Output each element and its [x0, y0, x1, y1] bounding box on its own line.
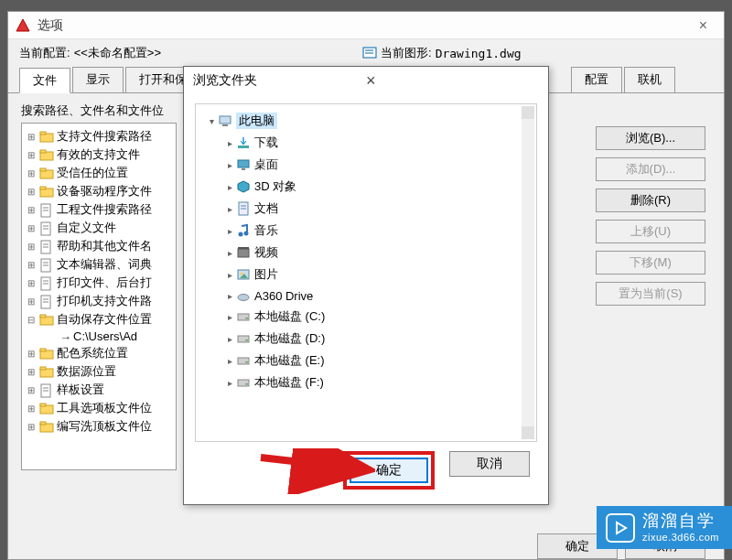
side-button: 添加(D)... [596, 157, 705, 181]
tree-item[interactable]: ⊞受信任的位置 [22, 164, 176, 182]
tree-item[interactable]: ⊞文本编辑器、词典 [22, 255, 176, 274]
browse-item[interactable]: ▸桌面 [201, 154, 531, 176]
tree-item-label: 数据源位置 [57, 363, 116, 380]
browse-item[interactable]: ▸3D 对象 [201, 176, 531, 198]
browse-root-label: 此电脑 [236, 113, 277, 129]
browse-item[interactable]: ▸本地磁盘 (E:) [201, 350, 531, 372]
modal-cancel-button[interactable]: 取消 [449, 451, 530, 477]
video-icon [236, 245, 251, 260]
tree-item[interactable]: ⊞有效的支持文件 [22, 145, 176, 164]
svg-rect-48 [242, 168, 245, 170]
svg-rect-11 [40, 187, 46, 189]
file-icon [39, 295, 54, 307]
window-title: 选项 [38, 17, 690, 34]
svg-rect-5 [40, 132, 46, 135]
browse-item-label: 图片 [254, 266, 278, 283]
modal-ok-button[interactable]: 确定 [350, 458, 428, 483]
tree-item-label: 自定义文件 [57, 220, 116, 236]
tree-item[interactable]: ⊞自定义文件 [22, 219, 176, 237]
folder-icon [39, 402, 54, 415]
desktop-icon [236, 157, 251, 172]
watermark-icon [606, 513, 635, 543]
svg-rect-63 [238, 336, 249, 342]
close-icon[interactable]: × [690, 16, 716, 36]
tree-item[interactable]: ⊞打印文件、后台打 [22, 274, 176, 292]
browse-item-label: 下载 [254, 135, 278, 151]
browse-root[interactable]: ▾此电脑 [201, 110, 531, 132]
folder-tree-panel[interactable]: ▾此电脑▸下载▸桌面▸3D 对象▸文档▸音乐▸视频▸图片▸A360 Drive▸… [195, 103, 537, 442]
drawing-icon [362, 46, 377, 61]
svg-rect-55 [238, 249, 249, 257]
browse-item[interactable]: ▸文档 [201, 198, 531, 220]
browse-item-label: A360 Drive [254, 289, 313, 303]
paths-tree[interactable]: ⊞支持文件搜索路径⊞有效的支持文件⊞受信任的位置⊞设备驱动程序文件⊞工程文件搜索… [21, 123, 177, 470]
browse-item[interactable]: ▸本地磁盘 (C:) [201, 306, 531, 328]
tree-item[interactable]: ⊟自动保存文件位置 [22, 310, 176, 328]
config-row: 当前配置: <<未命名配置>> 当前图形: Drawing1.dwg [8, 39, 724, 67]
svg-marker-49 [238, 181, 249, 192]
tree-item-label: 有效的支持文件 [57, 146, 140, 163]
browse-item[interactable]: ▸音乐 [201, 220, 531, 242]
tree-item-label: 帮助和其他文件名 [57, 238, 152, 254]
tab-file[interactable]: 文件 [19, 68, 70, 93]
browse-item[interactable]: ▸下载 [201, 132, 531, 154]
browse-folder-dialog: 浏览文件夹 × ▾此电脑▸下载▸桌面▸3D 对象▸文档▸音乐▸视频▸图片▸A36… [183, 66, 549, 505]
svg-rect-9 [40, 168, 46, 171]
file-icon [39, 383, 54, 396]
modal-title: 浏览文件夹 [193, 72, 361, 89]
current-config-value: <<未命名配置>> [74, 45, 161, 61]
browse-item[interactable]: ▸视频 [201, 242, 531, 264]
pic-icon [236, 267, 251, 282]
tree-item[interactable]: ⊞工程文件搜索路径 [22, 200, 176, 219]
tab-config[interactable]: 配置 [571, 67, 622, 92]
titlebar: 选项 × [8, 12, 724, 39]
modal-close-icon[interactable]: × [361, 71, 539, 91]
a360-icon [236, 288, 251, 303]
3d-icon [236, 179, 251, 194]
scrollbar[interactable] [522, 106, 534, 439]
svg-marker-71 [617, 522, 626, 533]
music-icon [236, 223, 251, 238]
file-icon [39, 276, 54, 289]
svg-rect-42 [40, 422, 46, 425]
svg-marker-46 [241, 137, 246, 145]
side-button[interactable]: 浏览(B)... [596, 126, 705, 150]
tree-item[interactable]: ⊞支持文件搜索路径 [22, 127, 176, 145]
folder-icon [39, 167, 54, 179]
browse-item[interactable]: ▸本地磁盘 (D:) [201, 328, 531, 350]
svg-rect-66 [245, 361, 248, 363]
browse-item-label: 桌面 [254, 156, 278, 173]
browse-item-label: 本地磁盘 (F:) [254, 374, 324, 391]
download-icon [236, 135, 251, 150]
file-icon [39, 240, 54, 253]
browse-item[interactable]: ▸本地磁盘 (F:) [201, 372, 531, 393]
tree-item-label: 支持文件搜索路径 [57, 128, 152, 145]
app-icon [16, 18, 30, 33]
modal-titlebar: 浏览文件夹 × [184, 67, 548, 94]
tree-item[interactable]: ⊞帮助和其他文件名 [22, 237, 176, 255]
tree-item[interactable]: ⊞编写洗顶板文件位 [22, 417, 176, 436]
tree-item[interactable]: ⊞样板设置 [22, 381, 176, 399]
tab-online[interactable]: 联机 [624, 67, 675, 92]
tab-display[interactable]: 显示 [72, 67, 124, 92]
disk-icon [236, 309, 251, 324]
folder-icon [39, 347, 54, 360]
tree-item[interactable]: ⊞配色系统位置 [22, 344, 176, 362]
svg-rect-68 [245, 383, 248, 385]
tree-item-label: 工具选项板文件位 [57, 400, 152, 416]
svg-point-53 [239, 232, 243, 237]
computer-icon [218, 113, 232, 128]
side-button[interactable]: 删除(R) [596, 188, 705, 212]
browse-item-label: 本地磁盘 (C:) [254, 308, 325, 325]
tree-item[interactable]: ⊞数据源位置 [22, 362, 176, 381]
side-buttons: 浏览(B)...添加(D)...删除(R)上移(U)下移(M)置为当前(S) [596, 126, 705, 306]
tree-item[interactable]: ⊞工具选项板文件位 [22, 399, 176, 417]
tree-item[interactable]: ⊞打印机支持文件路 [22, 292, 176, 310]
tree-item[interactable]: ⊞设备驱动程序文件 [22, 182, 176, 200]
tree-item[interactable]: →C:\Users\Ad [22, 328, 176, 344]
svg-rect-61 [238, 314, 249, 320]
svg-rect-47 [238, 160, 249, 167]
browse-item[interactable]: ▸A360 Drive [201, 285, 531, 306]
browse-item[interactable]: ▸图片 [201, 264, 531, 285]
file-icon [39, 203, 54, 216]
